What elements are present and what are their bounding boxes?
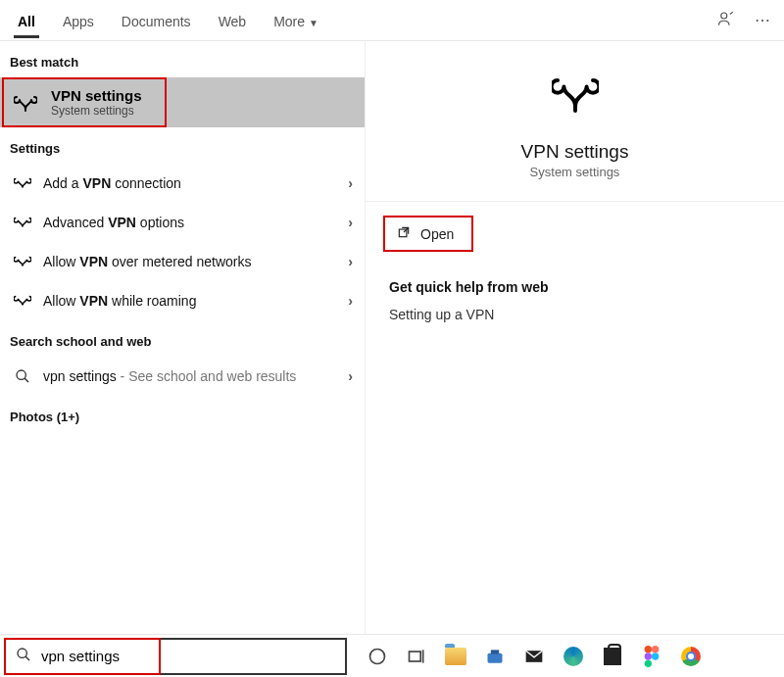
- settings-item-vpn-metered[interactable]: Allow VPN over metered networks ›: [0, 242, 365, 281]
- vpn-icon: [12, 89, 39, 117]
- edge-icon[interactable]: [557, 640, 590, 673]
- tab-apps[interactable]: Apps: [49, 4, 108, 37]
- vpn-icon: [552, 71, 599, 121]
- web-search-item[interactable]: vpn settings - See school and web result…: [0, 357, 365, 396]
- chevron-right-icon: ›: [348, 254, 353, 269]
- search-icon: [6, 647, 41, 666]
- preview-title: VPN settings: [521, 141, 629, 163]
- figma-icon[interactable]: [635, 640, 668, 673]
- open-label: Open: [420, 226, 454, 242]
- svg-point-13: [645, 659, 652, 666]
- chevron-right-icon: ›: [348, 175, 353, 191]
- more-options-icon[interactable]: ⋯: [745, 3, 780, 37]
- settings-item-label: Advanced VPN options: [43, 215, 348, 230]
- preview-subtitle: System settings: [530, 165, 620, 179]
- chevron-right-icon: ›: [348, 215, 353, 230]
- section-settings: Settings: [0, 127, 365, 164]
- svg-point-12: [652, 653, 659, 659]
- tab-all[interactable]: All: [4, 4, 49, 37]
- svg-rect-6: [488, 653, 503, 662]
- svg-rect-5: [410, 652, 421, 661]
- feedback-icon[interactable]: [708, 2, 745, 39]
- svg-point-9: [645, 646, 652, 653]
- chevron-right-icon: ›: [348, 368, 353, 384]
- best-match-result[interactable]: VPN settings System settings: [0, 77, 365, 127]
- open-button[interactable]: Open: [383, 216, 473, 252]
- quick-help-link[interactable]: Setting up a VPN: [389, 307, 760, 322]
- svg-point-4: [370, 649, 385, 663]
- chevron-right-icon: ›: [348, 293, 353, 309]
- web-search-label: vpn settings - See school and web result…: [43, 368, 348, 384]
- settings-item-label: Add a VPN connection: [43, 175, 348, 191]
- taskbar-search[interactable]: [4, 638, 347, 675]
- file-explorer-icon[interactable]: [439, 640, 472, 673]
- svg-point-0: [721, 13, 727, 19]
- svg-point-3: [18, 649, 26, 657]
- svg-rect-7: [491, 650, 499, 653]
- settings-item-label: Allow VPN over metered networks: [43, 254, 348, 269]
- svg-point-11: [645, 653, 652, 659]
- settings-item-label: Allow VPN while roaming: [43, 293, 348, 309]
- store-icon[interactable]: [596, 640, 629, 673]
- mail-icon[interactable]: [517, 640, 551, 673]
- settings-item-vpn-roaming[interactable]: Allow VPN while roaming ›: [0, 281, 365, 320]
- svg-point-1: [17, 370, 25, 379]
- task-view-icon[interactable]: [400, 640, 433, 673]
- taskbar: [0, 634, 784, 677]
- section-search-web: Search school and web: [0, 320, 365, 357]
- search-icon: [12, 368, 33, 384]
- quick-help-header: Get quick help from web: [389, 279, 760, 295]
- settings-item-advanced-vpn[interactable]: Advanced VPN options ›: [0, 203, 365, 242]
- section-best-match: Best match: [0, 41, 365, 77]
- best-match-title: VPN settings: [51, 87, 142, 104]
- settings-item-add-vpn[interactable]: Add a VPN connection ›: [0, 164, 365, 203]
- chrome-icon[interactable]: [674, 640, 708, 673]
- vpn-icon: [12, 214, 33, 231]
- preview-panel: VPN settings System settings Open Get qu…: [365, 41, 784, 634]
- app-icon[interactable]: [478, 640, 512, 673]
- search-input[interactable]: [41, 648, 345, 664]
- chevron-down-icon: ▼: [309, 18, 318, 28]
- vpn-icon: [12, 292, 33, 310]
- tab-web[interactable]: Web: [205, 4, 261, 37]
- best-match-subtitle: System settings: [51, 104, 142, 118]
- svg-point-10: [652, 646, 659, 653]
- search-results-panel: Best match VPN settings System settings …: [0, 41, 365, 634]
- vpn-icon: [12, 253, 33, 270]
- section-photos: Photos (1+): [0, 396, 365, 432]
- tab-documents[interactable]: Documents: [108, 4, 205, 37]
- open-icon: [397, 225, 411, 242]
- search-scope-tabs: All Apps Documents Web More▼ ⋯: [0, 0, 784, 41]
- cortana-icon[interactable]: [361, 640, 394, 673]
- vpn-icon: [12, 174, 33, 192]
- tab-more[interactable]: More▼: [260, 4, 332, 37]
